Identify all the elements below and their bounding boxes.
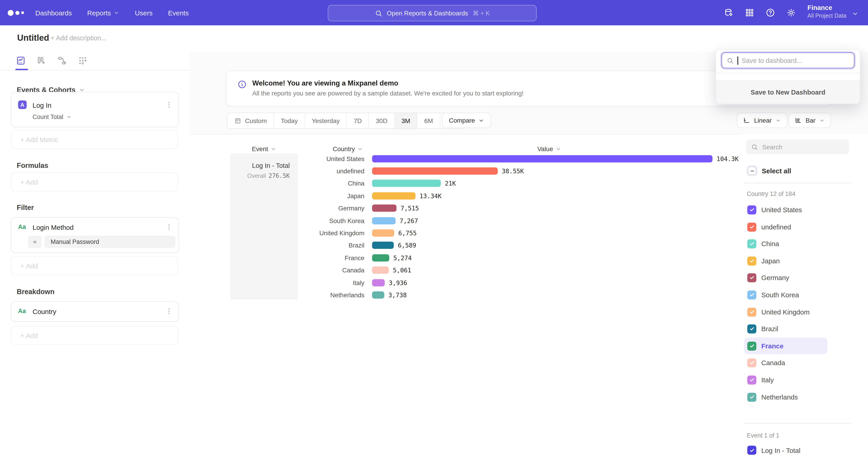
range-yesterday[interactable]: Yesterday xyxy=(305,113,346,128)
tab-funnels-icon[interactable] xyxy=(36,56,46,66)
country-row-italy[interactable]: Italy xyxy=(744,372,827,388)
tab-flows-icon[interactable] xyxy=(57,56,67,66)
nav-item-users[interactable]: Users xyxy=(135,9,153,17)
select-all-checkbox[interactable] xyxy=(748,167,756,175)
mixpanel-app: DashboardsReportsUsersEvents Open Report… xyxy=(0,0,868,471)
country-checkbox-france[interactable] xyxy=(747,342,756,350)
country-row-japan[interactable]: Japan xyxy=(744,253,827,269)
country-row-south-korea[interactable]: South Korea xyxy=(744,286,827,303)
column-header-value[interactable]: Value xyxy=(537,145,561,152)
bar-germany[interactable] xyxy=(372,205,397,212)
global-search[interactable]: Open Reports & Dashboards ⌘ + K xyxy=(328,5,537,21)
country-checkbox-germany[interactable] xyxy=(747,273,756,282)
bar-value-label: 5,061 xyxy=(393,266,411,274)
filter-card-login-method[interactable]: Aa Login Method = Manual Password xyxy=(11,217,179,253)
country-checkbox-undefined[interactable] xyxy=(747,223,756,231)
help-icon[interactable] xyxy=(765,8,775,18)
kebab-menu-icon[interactable] xyxy=(165,101,173,109)
divider xyxy=(744,183,851,183)
country-row-united-states[interactable]: United States xyxy=(744,201,827,218)
legend-search-input[interactable]: Search xyxy=(746,139,849,154)
column-header-event[interactable]: Event xyxy=(252,145,276,152)
range-7d[interactable]: 7D xyxy=(346,113,369,128)
country-checkbox-japan[interactable] xyxy=(747,256,756,265)
add-breakdown-button[interactable]: + Add xyxy=(11,326,178,345)
range-3m[interactable]: 3M xyxy=(394,113,417,128)
compare-button[interactable]: Compare xyxy=(442,113,491,128)
breakdown-card-country[interactable]: Aa Country xyxy=(11,301,179,322)
bar-france[interactable] xyxy=(372,254,389,262)
country-row-canada[interactable]: Canada xyxy=(744,354,827,371)
add-metric-button[interactable]: + Add Metric xyxy=(11,130,178,149)
tab-retention-icon[interactable] xyxy=(78,56,88,66)
nav-item-dashboards[interactable]: Dashboards xyxy=(35,9,72,17)
country-row-france[interactable]: France xyxy=(744,337,827,354)
country-checkbox-united-kingdom[interactable] xyxy=(747,307,756,317)
select-all-row[interactable]: Select all xyxy=(748,167,791,175)
country-row-undefined[interactable]: undefined xyxy=(744,218,827,235)
chart-type-selector[interactable]: Bar xyxy=(788,113,831,128)
event-series-name: Log In - Total xyxy=(252,162,290,169)
bar-netherlands[interactable] xyxy=(372,291,384,299)
range-custom[interactable]: Custom xyxy=(227,113,274,128)
filter-property-name[interactable]: Login Method xyxy=(33,224,74,231)
country-checkbox-brazil[interactable] xyxy=(747,324,756,333)
legend-search-placeholder: Search xyxy=(762,143,782,150)
chevron-down-icon[interactable] xyxy=(852,10,859,17)
country-row-germany[interactable]: Germany xyxy=(744,269,827,286)
country-checkbox-china[interactable] xyxy=(747,239,756,248)
data-management-icon[interactable] xyxy=(724,8,734,18)
filter-operator[interactable]: = xyxy=(28,236,41,248)
kebab-menu-icon[interactable] xyxy=(165,307,173,315)
nav-item-events[interactable]: Events xyxy=(168,9,189,17)
country-checkbox-south-korea[interactable] xyxy=(747,290,756,299)
country-row-united-kingdom[interactable]: United Kingdom xyxy=(744,303,827,320)
bar-category-label: Germany xyxy=(298,205,364,212)
add-formula-button[interactable]: + Add xyxy=(11,172,178,192)
country-row-china[interactable]: China xyxy=(744,235,827,252)
report-title[interactable]: Untitled xyxy=(17,33,49,43)
country-checkbox-united-states[interactable] xyxy=(747,205,756,214)
country-checkbox-italy[interactable] xyxy=(747,375,756,384)
bar-japan[interactable] xyxy=(372,192,415,200)
apps-grid-icon[interactable] xyxy=(745,8,754,18)
nav-item-reports[interactable]: Reports xyxy=(87,9,120,17)
bar-united-kingdom[interactable] xyxy=(372,229,394,237)
metric-card-log-in[interactable]: A Log In Count Total xyxy=(11,92,179,127)
range-today[interactable]: Today xyxy=(274,113,305,128)
tab-insights-icon[interactable] xyxy=(16,56,26,66)
bar-canada[interactable] xyxy=(372,266,389,274)
chevron-down-icon xyxy=(775,117,781,123)
add-filter-button[interactable]: + Add xyxy=(11,256,178,275)
filter-value[interactable]: Manual Password xyxy=(44,236,176,248)
bar-undefined[interactable] xyxy=(372,168,498,175)
country-row-netherlands[interactable]: Netherlands xyxy=(744,389,827,405)
project-switcher[interactable]: Finance All Project Data xyxy=(807,4,846,20)
settings-gear-icon[interactable] xyxy=(786,8,796,18)
add-description-field[interactable]: + Add description... xyxy=(51,34,106,41)
breakdown-property-name[interactable]: Country xyxy=(33,308,56,315)
column-header-country[interactable]: Country xyxy=(333,145,363,152)
bar-brazil[interactable] xyxy=(372,242,394,249)
aggregation-selector[interactable]: Count Total xyxy=(33,114,72,120)
event-checkbox[interactable] xyxy=(747,446,756,455)
country-checkbox-canada[interactable] xyxy=(747,358,756,367)
bar-category-label: Brazil xyxy=(298,242,364,249)
bar-italy[interactable] xyxy=(372,279,385,286)
kebab-menu-icon[interactable] xyxy=(165,223,173,231)
save-to-new-dashboard-button[interactable]: Save to New Dashboard xyxy=(716,81,860,104)
country-row-brazil[interactable]: Brazil xyxy=(744,320,827,337)
property-type-badge: Aa xyxy=(18,308,26,315)
range-6m[interactable]: 6M xyxy=(417,113,440,128)
bar-south-korea[interactable] xyxy=(372,217,396,224)
save-dashboard-search-input[interactable]: Save to dashboard... xyxy=(721,53,855,68)
scale-selector[interactable]: Linear xyxy=(737,113,787,128)
bar-category-label: United States xyxy=(298,155,364,162)
bar-china[interactable] xyxy=(372,180,441,187)
metric-name[interactable]: Log In xyxy=(33,101,51,109)
bar-united-states[interactable] xyxy=(372,155,712,162)
event-checkbox-row[interactable]: Log In - Total xyxy=(747,446,800,455)
range-30d[interactable]: 30D xyxy=(369,113,394,128)
mixpanel-logo-icon[interactable] xyxy=(8,0,24,25)
country-checkbox-netherlands[interactable] xyxy=(747,392,756,402)
